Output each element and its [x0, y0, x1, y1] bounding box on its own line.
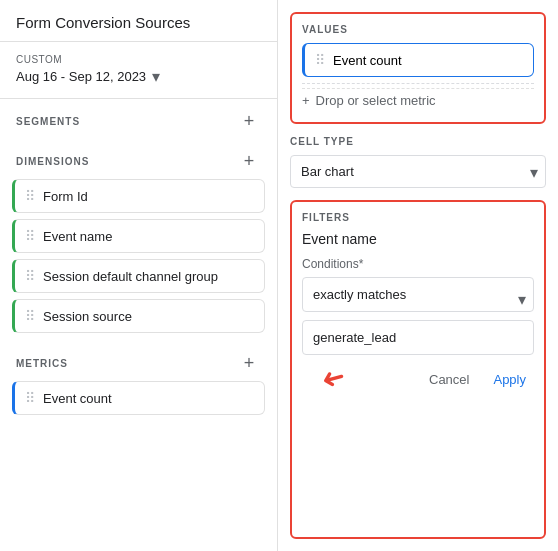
drag-handle-icon: ⠿	[25, 308, 35, 324]
add-segment-button[interactable]: +	[237, 109, 261, 133]
dimension-item-session-channel[interactable]: ⠿ Session default channel group	[12, 259, 265, 293]
cell-type-dropdown-wrapper: Bar chart Heat map Plain text Number ▾	[290, 155, 546, 188]
dimension-item-event-name[interactable]: ⠿ Event name	[12, 219, 265, 253]
drag-handle-icon: ⠿	[315, 52, 325, 68]
metric-label: Event count	[43, 391, 112, 406]
red-arrow-icon: ➜	[318, 359, 349, 397]
dimension-item-session-source[interactable]: ⠿ Session source	[12, 299, 265, 333]
dimension-label: Session default channel group	[43, 269, 218, 284]
values-section: VALUES ⠿ Event count + Drop or select me…	[290, 12, 546, 124]
drop-metric-label: Drop or select metric	[316, 93, 436, 108]
page-title: Form Conversion Sources	[0, 0, 277, 42]
drag-handle-icon: ⠿	[25, 228, 35, 244]
segments-label: SEGMENTS	[16, 116, 80, 127]
dimensions-label: DIMENSIONS	[16, 156, 89, 167]
metrics-header: METRICS +	[0, 341, 277, 381]
left-panel: Form Conversion Sources Custom Aug 16 - …	[0, 0, 278, 551]
dimension-label: Form Id	[43, 189, 88, 204]
date-selector[interactable]: Custom Aug 16 - Sep 12, 2023 ▾	[0, 42, 277, 99]
cell-type-label: CELL TYPE	[290, 136, 546, 147]
metrics-section: METRICS + ⠿ Event count	[0, 341, 277, 415]
drop-select-metric[interactable]: + Drop or select metric	[302, 88, 534, 112]
apply-button[interactable]: Apply	[485, 366, 534, 393]
dimension-label: Session source	[43, 309, 132, 324]
dimension-item-form-id[interactable]: ⠿ Form Id	[12, 179, 265, 213]
chevron-down-icon: ▾	[152, 67, 160, 86]
filter-value-input[interactable]	[302, 320, 534, 355]
conditions-dropdown-wrapper: exactly matches contains does not contai…	[302, 277, 534, 320]
filter-actions: ➜ Cancel Apply	[302, 365, 534, 394]
metric-item-event-count[interactable]: ⠿ Event count	[12, 381, 265, 415]
add-metric-button[interactable]: +	[237, 351, 261, 375]
drag-handle-icon: ⠿	[25, 390, 35, 406]
date-range-text: Aug 16 - Sep 12, 2023	[16, 69, 146, 84]
dimensions-header: DIMENSIONS +	[0, 139, 277, 179]
segments-header: SEGMENTS +	[0, 99, 277, 139]
filters-section: FILTERS Event name Conditions* exactly m…	[290, 200, 546, 539]
cancel-button[interactable]: Cancel	[421, 366, 477, 393]
filters-section-label: FILTERS	[302, 212, 534, 223]
dimension-label: Event name	[43, 229, 112, 244]
dimensions-list: ⠿ Form Id ⠿ Event name ⠿ Session default…	[0, 179, 277, 333]
value-chip-event-count[interactable]: ⠿ Event count	[302, 43, 534, 77]
conditions-label: Conditions*	[302, 257, 534, 271]
cell-type-dropdown[interactable]: Bar chart Heat map Plain text Number	[290, 155, 546, 188]
conditions-dropdown[interactable]: exactly matches contains does not contai…	[302, 277, 534, 312]
plus-icon: +	[302, 93, 310, 108]
value-chip-label: Event count	[333, 53, 402, 68]
date-range-label: Custom	[16, 54, 261, 65]
cell-type-section: CELL TYPE Bar chart Heat map Plain text …	[290, 136, 546, 188]
date-range-value[interactable]: Aug 16 - Sep 12, 2023 ▾	[16, 67, 261, 86]
add-dimension-button[interactable]: +	[237, 149, 261, 173]
values-section-label: VALUES	[302, 24, 534, 35]
drag-handle-icon: ⠿	[25, 188, 35, 204]
right-panel: VALUES ⠿ Event count + Drop or select me…	[278, 0, 558, 551]
drag-handle-icon: ⠿	[25, 268, 35, 284]
filter-event-name-label: Event name	[302, 231, 534, 247]
metrics-label: METRICS	[16, 358, 68, 369]
